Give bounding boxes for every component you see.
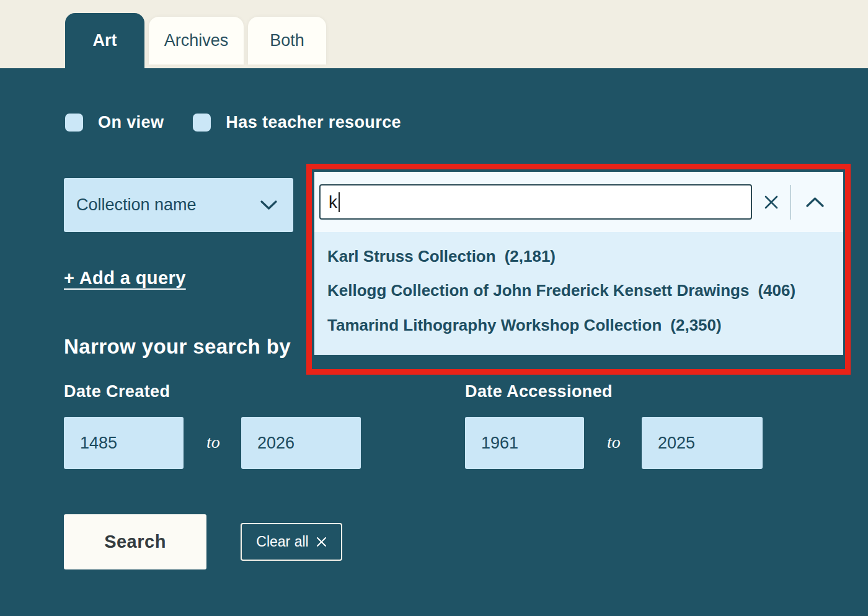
- option-count: (406): [758, 282, 795, 299]
- option-count: (2,181): [505, 248, 556, 265]
- date-accessioned-to-input[interactable]: [642, 417, 763, 469]
- clear-search-button[interactable]: [752, 184, 790, 220]
- tab-archives[interactable]: Archives: [149, 17, 244, 65]
- date-created-to-word: to: [206, 432, 220, 452]
- option-karl-struss[interactable]: Karl Struss Collection (2,181): [327, 239, 831, 274]
- search-page: Art Archives Both On view Has teacher re…: [0, 0, 868, 616]
- close-icon: [316, 537, 327, 547]
- query-field-select-value: Collection name: [76, 195, 197, 215]
- clear-all-button[interactable]: Clear all: [241, 523, 342, 561]
- on-view-group: On view: [65, 113, 164, 132]
- collection-combobox: k Karl Struss Collection (2,181): [314, 172, 843, 355]
- option-tamarind[interactable]: Tamarind Lithography Workshop Collection…: [327, 308, 831, 342]
- text-cursor: [339, 192, 340, 212]
- collection-combobox-header: k: [314, 172, 843, 232]
- collection-search-input[interactable]: k: [319, 184, 752, 220]
- teacher-resource-label: Has teacher resource: [226, 113, 401, 132]
- close-icon: [764, 195, 779, 210]
- tab-both-label: Both: [270, 31, 304, 50]
- date-accessioned-from-input[interactable]: [465, 417, 584, 469]
- on-view-checkbox[interactable]: [65, 114, 83, 132]
- date-accessioned-label: Date Accessioned: [465, 382, 613, 401]
- option-label: Tamarind Lithography Workshop Collection: [327, 317, 662, 334]
- tab-art-label: Art: [93, 31, 117, 50]
- date-created-from-input[interactable]: [64, 417, 184, 469]
- option-label: Karl Struss Collection: [327, 248, 496, 265]
- query-field-select[interactable]: Collection name: [64, 178, 293, 232]
- option-label: Kellogg Collection of John Frederick Ken…: [327, 282, 749, 299]
- collection-search-input-value: k: [329, 192, 337, 212]
- date-created-label: Date Created: [64, 382, 170, 401]
- option-count: (2,350): [670, 317, 721, 334]
- tab-art[interactable]: Art: [65, 13, 144, 68]
- teacher-resource-checkbox[interactable]: [193, 114, 211, 132]
- chevron-down-icon: [260, 200, 277, 210]
- collection-options-list: Karl Struss Collection (2,181) Kellogg C…: [314, 232, 843, 355]
- narrow-search-heading: Narrow your search by: [64, 335, 291, 359]
- date-created-to-input[interactable]: [241, 417, 361, 469]
- filter-checkbox-row: On view Has teacher resource: [65, 113, 401, 132]
- on-view-label: On view: [98, 113, 164, 132]
- clear-all-label: Clear all: [256, 533, 308, 550]
- add-query-link[interactable]: + Add a query: [64, 268, 186, 288]
- date-accessioned-to-word: to: [607, 432, 621, 452]
- tab-both[interactable]: Both: [248, 17, 326, 65]
- tab-archives-label: Archives: [164, 31, 229, 50]
- collapse-dropdown-button[interactable]: [791, 184, 838, 220]
- tab-bar: Art Archives Both: [0, 0, 868, 68]
- search-button[interactable]: Search: [64, 514, 206, 569]
- chevron-up-icon: [806, 197, 824, 207]
- option-kellogg-kensett[interactable]: Kellogg Collection of John Frederick Ken…: [327, 274, 831, 308]
- teacher-resource-group: Has teacher resource: [193, 113, 401, 132]
